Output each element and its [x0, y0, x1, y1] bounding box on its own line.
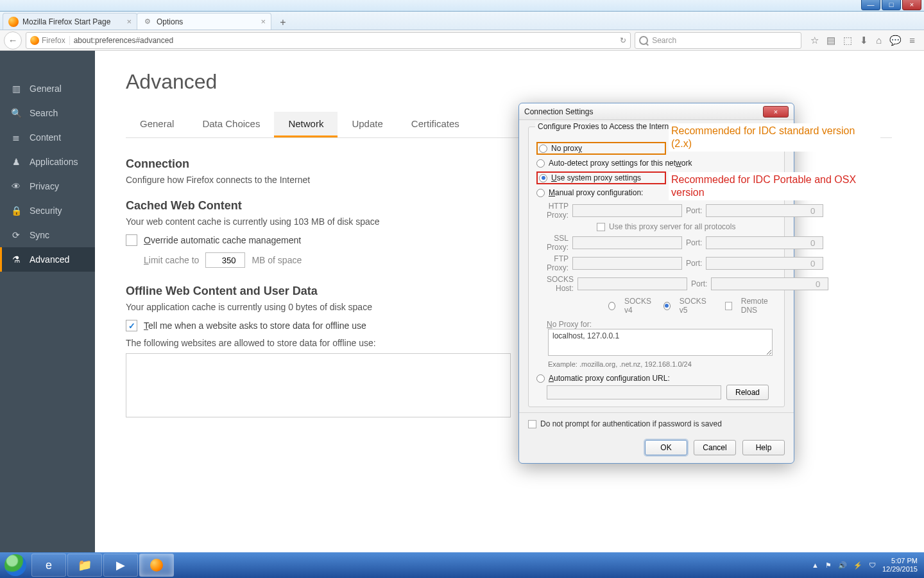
help-button[interactable]: Help: [742, 440, 785, 455]
window-close-button[interactable]: ×: [902, 0, 921, 10]
proxy-group: Configure Proxies to Access the Internet…: [528, 127, 785, 407]
radio-pac[interactable]: [536, 374, 545, 383]
no-auth-prompt-checkbox[interactable]: [528, 420, 536, 428]
search-bar[interactable]: Search: [635, 32, 801, 49]
limit-cache-label: Limit cache to: [144, 255, 199, 265]
subtab-data-choices[interactable]: Data Choices: [188, 112, 274, 137]
new-tab-button[interactable]: +: [275, 15, 291, 30]
home-icon[interactable]: ⌂: [876, 35, 882, 46]
no-proxy-for-input[interactable]: [548, 329, 773, 356]
sidebar-item-content[interactable]: ≣Content: [0, 125, 95, 150]
ssl-proxy-input[interactable]: [572, 236, 682, 249]
sidebar-item-privacy[interactable]: 👁Privacy: [0, 174, 95, 198]
offline-sites-list[interactable]: [126, 353, 511, 417]
tab-options[interactable]: ⚙ Options ×: [137, 13, 271, 30]
url-bar[interactable]: Firefox about:preferences#advanced ↻: [26, 32, 631, 49]
windows-taskbar: e 📁 ▶ ▲ ⚑ 🔊 ⚡ 🛡 5:07 PM 12/29/2015: [0, 552, 924, 578]
security-icon: 🔒: [10, 206, 22, 216]
identity-label: Firefox: [42, 36, 65, 45]
sidebar-item-label: Security: [30, 206, 62, 216]
pocket-icon[interactable]: ⬚: [843, 35, 852, 46]
reload-pac-button[interactable]: Reload: [726, 385, 769, 400]
taskbar-media[interactable]: ▶: [103, 554, 138, 577]
tab-strip: Mozilla Firefox Start Page × ⚙ Options ×…: [0, 12, 924, 30]
window-titlebar: — □ ×: [0, 0, 924, 12]
subtab-update[interactable]: Update: [338, 112, 397, 137]
radio-socks-v5[interactable]: [663, 302, 671, 310]
site-identity[interactable]: Firefox: [30, 36, 70, 45]
toolbar-icons: ☆ ▤ ⬚ ⬇ ⌂ 💬 ≡: [805, 35, 920, 46]
radio-socks-v4[interactable]: [608, 302, 615, 310]
firefox-icon: [30, 36, 39, 45]
start-button[interactable]: [0, 552, 31, 578]
back-button[interactable]: ←: [4, 31, 22, 49]
navigation-toolbar: ← Firefox about:preferences#advanced ↻ S…: [0, 30, 924, 51]
tray-chevron-icon[interactable]: ▲: [812, 561, 819, 569]
override-cache-label: Override automatic cache management: [144, 235, 301, 245]
socks-port-input[interactable]: [711, 277, 828, 290]
ok-button[interactable]: OK: [645, 440, 687, 455]
subtab-general[interactable]: General: [126, 112, 188, 137]
ftp-port-input[interactable]: [706, 257, 823, 270]
firefox-icon: [8, 17, 19, 27]
remote-dns-label: Remote DNS: [741, 297, 778, 315]
use-all-protocols-checkbox[interactable]: [597, 223, 605, 231]
search-placeholder: Search: [652, 36, 676, 45]
tray-flag-icon[interactable]: ⚑: [825, 561, 832, 570]
radio-no-proxy[interactable]: [539, 144, 547, 153]
subtab-network[interactable]: Network: [274, 112, 338, 137]
tab-start-page[interactable]: Mozilla Firefox Start Page ×: [3, 13, 137, 30]
close-icon[interactable]: ×: [261, 17, 266, 26]
socks-host-input[interactable]: [578, 277, 687, 290]
pac-url-input[interactable]: [547, 385, 721, 399]
tell-me-checkbox[interactable]: [126, 320, 137, 331]
sidebar-item-search[interactable]: 🔍Search: [0, 101, 95, 125]
sidebar-item-sync[interactable]: ⟳Sync: [0, 223, 95, 247]
sidebar-item-applications[interactable]: ♟Applications: [0, 150, 95, 174]
sidebar-item-security[interactable]: 🔒Security: [0, 198, 95, 223]
window-maximize-button[interactable]: □: [882, 0, 901, 10]
remote-dns-checkbox[interactable]: [725, 302, 732, 310]
limit-cache-input[interactable]: [205, 252, 245, 268]
ftp-proxy-input[interactable]: [572, 257, 682, 270]
taskbar-ie[interactable]: e: [31, 554, 66, 577]
chat-icon[interactable]: 💬: [889, 35, 902, 46]
taskbar-firefox[interactable]: [139, 554, 174, 577]
subtab-certificates[interactable]: Certificates: [397, 112, 474, 137]
radio-use-system-label: Use system proxy settings: [551, 173, 641, 182]
bookmark-icon[interactable]: ☆: [810, 35, 819, 46]
sidebar-item-general[interactable]: ▥General: [0, 76, 95, 101]
ssl-port-input[interactable]: [706, 236, 823, 249]
sidebar-icon[interactable]: ▤: [826, 35, 835, 46]
taskbar-explorer[interactable]: 📁: [67, 554, 102, 577]
http-proxy-input[interactable]: [572, 204, 682, 217]
privacy-icon: 👁: [10, 181, 22, 191]
ssl-proxy-label: SSL Proxy:: [547, 234, 569, 252]
reload-icon[interactable]: ↻: [620, 36, 626, 45]
tray-network-icon[interactable]: ⚡: [853, 561, 862, 570]
menu-icon[interactable]: ≡: [909, 35, 915, 46]
downloads-icon[interactable]: ⬇: [860, 35, 868, 46]
radio-manual[interactable]: [536, 189, 545, 197]
no-proxy-for-label: No Proxy for:: [547, 320, 592, 329]
tray-volume-icon[interactable]: 🔊: [838, 561, 847, 570]
tray-shield-icon[interactable]: 🛡: [869, 561, 876, 569]
close-icon[interactable]: ×: [126, 17, 132, 26]
override-cache-checkbox[interactable]: [126, 234, 137, 246]
dialog-close-button[interactable]: ×: [763, 106, 789, 118]
taskbar-clock[interactable]: 5:07 PM 12/29/2015: [882, 557, 918, 573]
advanced-icon: ⚗: [10, 254, 22, 265]
cancel-button[interactable]: Cancel: [694, 440, 736, 455]
sidebar-item-advanced[interactable]: ⚗Advanced: [0, 247, 95, 272]
limit-cache-unit: MB of space: [252, 255, 302, 265]
radio-auto-detect[interactable]: [536, 159, 545, 168]
window-minimize-button[interactable]: —: [861, 0, 880, 10]
tab-label: Mozilla Firefox Start Page: [22, 17, 110, 26]
sidebar-item-label: Search: [30, 108, 58, 118]
radio-pac-label: Automatic proxy configuration URL:: [549, 374, 670, 383]
http-port-input[interactable]: [706, 204, 823, 217]
dialog-titlebar[interactable]: Connection Settings ×: [519, 103, 794, 120]
ftp-port-label: Port:: [686, 259, 702, 268]
radio-use-system[interactable]: [539, 174, 547, 182]
general-icon: ▥: [10, 83, 22, 94]
